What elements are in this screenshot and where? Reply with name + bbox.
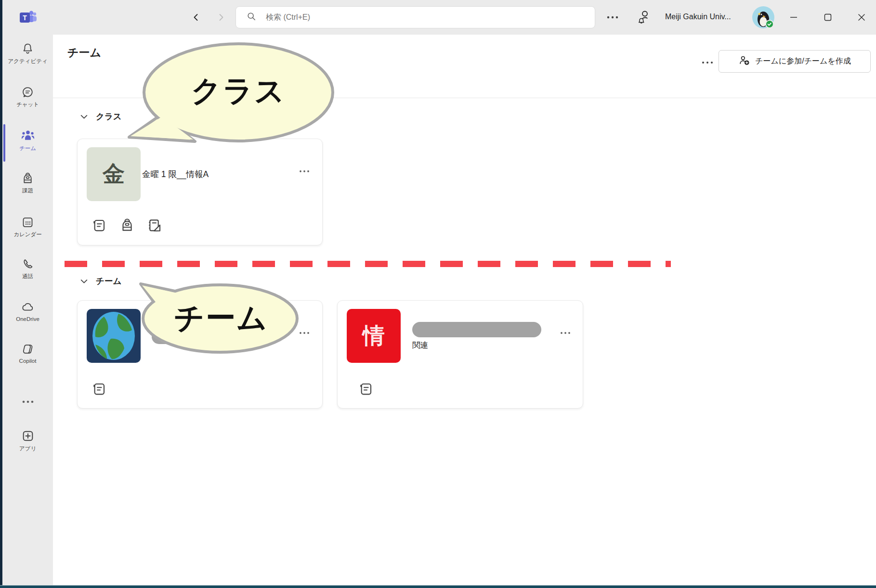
sidebar-item-label: アクティビティ	[8, 58, 47, 65]
sidebar-more-apps-button[interactable]	[2, 395, 53, 409]
person-add-icon	[738, 54, 750, 68]
sidebar-item-assignments[interactable]: 課題	[2, 171, 53, 202]
team-avatar: 情	[347, 309, 401, 363]
sidebar-item-teams[interactable]: チーム	[2, 128, 53, 159]
channel-notes-icon[interactable]	[90, 216, 108, 234]
channel-notes-icon[interactable]	[357, 380, 375, 398]
teams-people-icon	[21, 128, 35, 143]
avatar-initial: 金	[103, 159, 125, 189]
sidebar-item-copilot[interactable]: Copilot	[2, 342, 53, 372]
header-divider	[53, 98, 876, 98]
section-header-teams[interactable]: チーム	[80, 275, 121, 287]
sidebar-item-label: チーム	[19, 145, 36, 152]
sidebar-item-label: OneDrive	[16, 316, 39, 322]
join-or-create-team-label: チームに参加/チームを作成	[755, 56, 851, 66]
close-button[interactable]	[851, 8, 872, 27]
team-card-class[interactable]: 金 金曜 1 限__情報A	[77, 139, 323, 245]
annotation-bubble-class: クラス	[123, 38, 359, 152]
search-icon	[247, 12, 256, 23]
section-header-classes[interactable]: クラス	[80, 111, 122, 122]
backpack-icon	[21, 171, 34, 185]
annotation-bubble-class-label: クラス	[191, 74, 286, 107]
window-edge-bottom	[0, 585, 876, 588]
team-menu-button[interactable]	[555, 326, 575, 340]
teams-window: T Meiji Gakuin Univ...	[0, 0, 876, 588]
avatar[interactable]	[752, 6, 775, 29]
team-card-globe[interactable]	[77, 300, 323, 409]
team-name-suffix: 関連	[412, 340, 428, 351]
search-bar[interactable]	[235, 6, 595, 28]
team-avatar-globe-icon	[87, 309, 141, 363]
teams-page: チーム チームに参加/チームを作成 クラス 金 金曜 1 限__情報A	[53, 35, 876, 585]
team-menu-button[interactable]	[294, 164, 314, 179]
team-menu-button[interactable]	[294, 326, 314, 340]
channel-notes-icon[interactable]	[90, 380, 108, 398]
sidebar-item-label: 課題	[22, 187, 33, 194]
sidebar-item-label: チャット	[16, 101, 39, 108]
section-label: クラス	[96, 111, 122, 122]
svg-text:T: T	[23, 14, 27, 22]
window-edge-left	[0, 0, 2, 588]
ellipsis-icon	[21, 395, 35, 409]
sidebar-item-label: 通話	[22, 273, 33, 280]
titlebar-more-button[interactable]	[604, 13, 621, 24]
annotation-dashed-divider	[65, 261, 671, 267]
team-avatar: 金	[87, 147, 141, 201]
bell-icon	[21, 41, 34, 56]
chevron-down-icon	[80, 113, 88, 121]
titlebar: T Meiji Gakuin Univ...	[2, 0, 876, 35]
chat-icon	[21, 85, 34, 99]
sidebar-item-calls[interactable]: 通話	[2, 256, 53, 287]
page-title: チーム	[67, 45, 101, 60]
cloud-icon	[21, 300, 35, 314]
minimize-button[interactable]	[783, 8, 804, 27]
back-button[interactable]	[188, 9, 204, 26]
sidebar-item-label: カレンダー	[13, 231, 42, 238]
app-rail: アクティビティ チャット チーム 課題 カレンダー	[2, 35, 53, 585]
grades-notebook-icon[interactable]	[145, 216, 163, 234]
team-card-jouhou[interactable]: 情 関連	[337, 300, 583, 409]
team-name: 金曜 1 限__情報A	[142, 166, 209, 182]
page-more-button[interactable]	[698, 54, 717, 71]
copilot-icon	[21, 342, 34, 356]
sidebar-item-label: アプリ	[19, 445, 36, 452]
search-input[interactable]	[265, 13, 595, 22]
sidebar-item-activity[interactable]: アクティビティ	[2, 41, 53, 72]
add-apps-icon	[21, 429, 35, 443]
forward-button[interactable]	[213, 9, 229, 26]
sidebar-item-calendar[interactable]: カレンダー	[2, 215, 53, 245]
redacted-team-name	[152, 330, 250, 344]
assignments-backpack-icon[interactable]	[118, 216, 136, 234]
avatar-initial: 情	[363, 321, 385, 351]
redacted-team-name	[412, 322, 541, 337]
account-name[interactable]: Meiji Gakuin Univ...	[665, 13, 750, 21]
sidebar-item-label: Copilot	[19, 358, 37, 364]
sidebar-item-apps[interactable]: アプリ	[2, 429, 53, 460]
section-label: チーム	[96, 275, 121, 287]
join-or-create-team-button[interactable]: チームに参加/チームを作成	[719, 50, 871, 73]
teams-logo-icon: T	[18, 8, 38, 29]
sidebar-item-chat[interactable]: チャット	[2, 85, 53, 115]
calendar-icon	[21, 215, 34, 229]
maximize-button[interactable]	[817, 8, 838, 27]
phone-icon	[21, 256, 34, 271]
chevron-down-icon	[80, 277, 88, 285]
sidebar-item-onedrive[interactable]: OneDrive	[2, 300, 53, 331]
person-notification-icon[interactable]	[635, 8, 654, 28]
